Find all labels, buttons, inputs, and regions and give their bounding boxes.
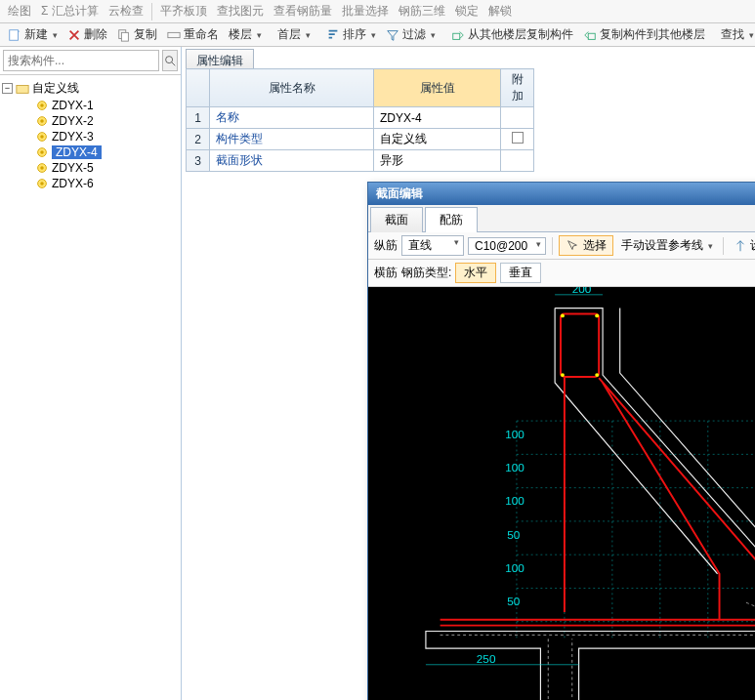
copyfrom-button[interactable]: 从其他楼层复制构件 [447,24,577,45]
svg-point-11 [40,119,44,123]
node-icon [35,99,49,112]
right-panel: 属性编辑 属性名称 属性值 附加 1名称ZDYX-42构件类型自定义线3截面形状… [182,47,755,700]
tree-item-label: ZDYX-5 [52,161,94,175]
prop-name: 名称 [210,107,374,129]
svg-text:100: 100 [505,561,524,574]
select-button[interactable]: 选择 [559,235,613,256]
tree-item[interactable]: ZDYX-2 [35,113,179,129]
svg-point-42 [595,313,599,317]
svg-text:100: 100 [505,494,524,507]
col-name: 属性名称 [210,69,374,107]
tab-section[interactable]: 截面 [370,207,423,232]
search-input[interactable] [3,50,159,71]
tree-root-label: 自定义线 [32,80,79,97]
manual-refline-button[interactable]: 手动设置参考线 [617,235,717,256]
tb1-item[interactable]: 平齐板顶 [156,1,211,21]
prop-extra[interactable] [501,150,534,172]
svg-rect-5 [588,33,595,39]
svg-text:100: 100 [505,461,524,474]
toggle-horizontal[interactable]: 水平 [455,263,496,283]
line-type-combo[interactable]: 直线 [401,235,464,256]
sort-button[interactable]: 排序 [322,24,380,45]
col-value: 属性值 [374,69,501,107]
svg-text:50: 50 [507,528,521,541]
copyto-button[interactable]: 复制构件到其他楼层 [579,24,709,45]
svg-rect-0 [10,29,19,40]
search-row [0,47,181,75]
prop-value[interactable]: ZDYX-4 [374,107,501,129]
tb1-item[interactable]: 钢筋三维 [395,1,449,21]
collapse-icon[interactable]: − [2,83,13,94]
node-icon [35,130,49,144]
svg-rect-3 [168,32,180,37]
dialog-title[interactable]: 截面编辑 [368,183,755,205]
filter-button[interactable]: 过滤 [382,24,440,45]
svg-point-9 [40,103,44,107]
section-canvas[interactable]: 100100 10050 10050 [368,287,755,700]
tb1-item[interactable]: 绘图 [4,1,35,21]
svg-point-13 [40,135,44,139]
prop-value[interactable]: 自定义线 [374,129,501,150]
svg-point-6 [166,57,173,63]
svg-rect-2 [121,32,128,41]
table-row[interactable]: 2构件类型自定义线 [187,129,534,150]
cursor-icon [566,239,579,253]
floor-button[interactable]: 楼层 [225,24,266,45]
tb1-item[interactable]: 解锁 [484,1,516,21]
tree-root[interactable]: − 自定义线 [2,79,179,98]
node-icon [35,114,49,128]
row-num: 3 [187,150,210,172]
node-icon [35,161,49,175]
tb1-item[interactable]: 批量选择 [338,1,393,21]
set-elevation-button[interactable]: 设置标高 [730,235,755,256]
delete-button[interactable]: 删除 [63,24,111,45]
tb1-item[interactable]: 查看钢筋量 [270,1,336,21]
tree-item[interactable]: ZDYX-1 [35,98,179,113]
tb1-item[interactable]: Σ 汇总计算 [37,1,103,21]
prop-extra[interactable] [501,129,534,150]
col-rownum [187,69,210,107]
svg-rect-40 [561,313,599,377]
svg-rect-7 [17,85,28,93]
dialog-toolbar-2: 横筋 钢筋类型: 水平 垂直 [368,260,755,287]
tree-item-label: ZDYX-1 [52,99,94,112]
folder-icon [16,82,29,96]
svg-rect-4 [453,33,460,39]
tab-rebar[interactable]: 配筋 [425,207,478,232]
separator [552,237,553,255]
svg-point-15 [40,150,44,154]
find-button[interactable]: 查找 [717,24,755,45]
svg-point-19 [40,182,44,185]
dialog-tabs: 截面 配筋 [368,205,755,232]
separator [151,3,152,21]
rebar-spec-combo[interactable]: C10@200 [468,237,546,255]
tree-item[interactable]: ZDYX-5 [35,160,179,176]
svg-text:250: 250 [477,652,496,665]
row-num: 2 [187,129,210,150]
firstfloor-combo[interactable]: 首层 [273,24,315,45]
toggle-vertical[interactable]: 垂直 [500,263,541,283]
table-row[interactable]: 1名称ZDYX-4 [187,107,534,129]
rename-button[interactable]: 重命名 [163,24,223,45]
tree-item[interactable]: ZDYX-6 [35,176,179,191]
component-tree[interactable]: − 自定义线 ZDYX-1ZDYX-2ZDYX-3ZDYX-4ZDYX-5ZDY… [0,75,181,195]
top-toolbar-2: 新建 删除 复制 重命名 楼层 首层 排序 过滤 从其他楼层复制构件 复制构件到… [0,23,755,47]
tb1-item[interactable]: 锁定 [451,1,482,21]
svg-point-44 [595,373,599,377]
tree-item[interactable]: ZDYX-3 [35,129,179,144]
tree-item-label: ZDYX-4 [52,145,102,159]
tree-item-label: ZDYX-2 [52,114,94,128]
tb1-item[interactable]: 云检查 [105,1,147,21]
top-toolbar-1: 绘图 Σ 汇总计算 云检查 平齐板顶 查找图元 查看钢筋量 批量选择 钢筋三维 … [0,0,755,23]
search-button[interactable] [162,50,178,71]
svg-text:100: 100 [505,428,524,440]
new-button[interactable]: 新建 [4,24,62,45]
tree-item[interactable]: ZDYX-4 [35,144,179,160]
checkbox[interactable] [512,132,524,144]
dialog-toolbar-1: 纵筋 直线 C10@200 选择 手动设置参考线 设置标高 显示标注 删除 [368,232,755,260]
prop-extra[interactable] [501,107,534,129]
table-row[interactable]: 3截面形状异形 [187,150,534,172]
tb1-item[interactable]: 查找图元 [213,1,268,21]
prop-value[interactable]: 异形 [374,150,501,172]
copy-button[interactable]: 复制 [113,24,161,45]
